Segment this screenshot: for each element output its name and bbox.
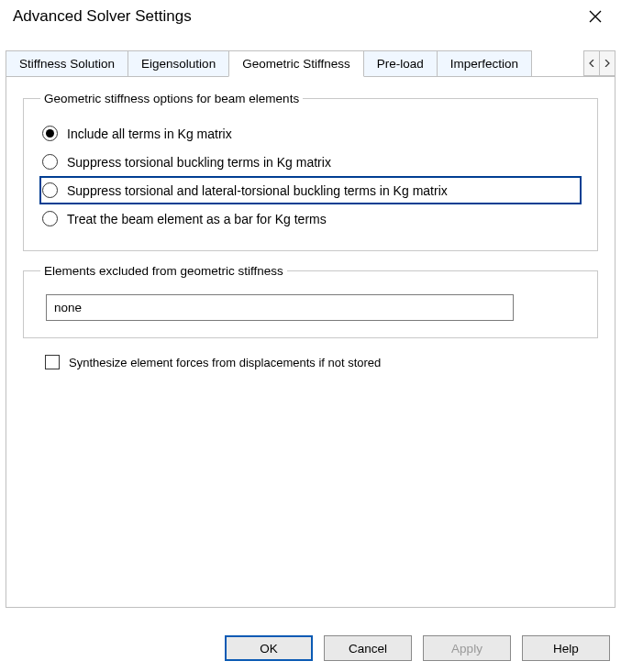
radio-treat-as-bar[interactable]: Treat the beam element as a bar for Kg t… [40, 205, 581, 232]
tab-scroll-right-button[interactable] [599, 50, 615, 76]
ok-button[interactable]: OK [225, 635, 313, 661]
close-icon [588, 9, 603, 24]
tab-panel-geometric-stiffness: Geometric stiffness options for beam ele… [6, 76, 615, 608]
tab-stiffness-solution[interactable]: Stiffness Solution [6, 50, 128, 76]
window-title: Advanced Solver Settings [13, 7, 192, 26]
checkbox-synthesize-forces[interactable]: Synthesize element forces from displacem… [45, 355, 594, 369]
radio-icon [42, 154, 58, 170]
dialog-button-bar: OK Cancel Apply Help [225, 635, 610, 661]
group-geometric-options-legend: Geometric stiffness options for beam ele… [40, 92, 303, 105]
radio-icon [42, 211, 58, 226]
tab-preload[interactable]: Pre-load [363, 50, 438, 76]
radio-icon [42, 126, 58, 141]
group-geometric-options: Geometric stiffness options for beam ele… [23, 92, 598, 251]
apply-button: Apply [423, 635, 511, 661]
group-excluded-elements: Elements excluded from geometric stiffne… [23, 264, 598, 338]
checkbox-icon [45, 355, 60, 369]
tab-scroll [584, 50, 615, 76]
tab-scroll-left-button[interactable] [583, 50, 600, 76]
radio-label: Suppress torsional buckling terms in Kg … [67, 155, 331, 170]
chevron-right-icon [604, 60, 610, 67]
tab-strip: Stiffness Solution Eigensolution Geometr… [6, 50, 615, 76]
radio-suppress-torsional[interactable]: Suppress torsional buckling terms in Kg … [40, 149, 581, 175]
radio-icon [42, 182, 58, 198]
titlebar: Advanced Solver Settings [0, 0, 621, 32]
radio-label: Suppress torsional and lateral-torsional… [67, 183, 448, 198]
radio-label: Include all terms in Kg matrix [67, 127, 232, 141]
cancel-button[interactable]: Cancel [324, 635, 412, 661]
close-button[interactable] [581, 7, 610, 28]
excluded-elements-input[interactable] [46, 294, 514, 321]
radio-label: Treat the beam element as a bar for Kg t… [67, 212, 327, 226]
checkbox-label: Synthesize element forces from displacem… [69, 356, 381, 369]
tab-eigensolution[interactable]: Eigensolution [128, 50, 229, 76]
group-excluded-elements-legend: Elements excluded from geometric stiffne… [40, 264, 287, 278]
radio-include-all-terms[interactable]: Include all terms in Kg matrix [40, 120, 581, 147]
tab-geometric-stiffness[interactable]: Geometric Stiffness [228, 50, 364, 77]
tab-imperfection[interactable]: Imperfection [437, 50, 532, 76]
radio-suppress-torsional-lateral[interactable]: Suppress torsional and lateral-torsional… [40, 177, 581, 204]
chevron-left-icon [589, 60, 594, 67]
help-button[interactable]: Help [522, 635, 610, 661]
